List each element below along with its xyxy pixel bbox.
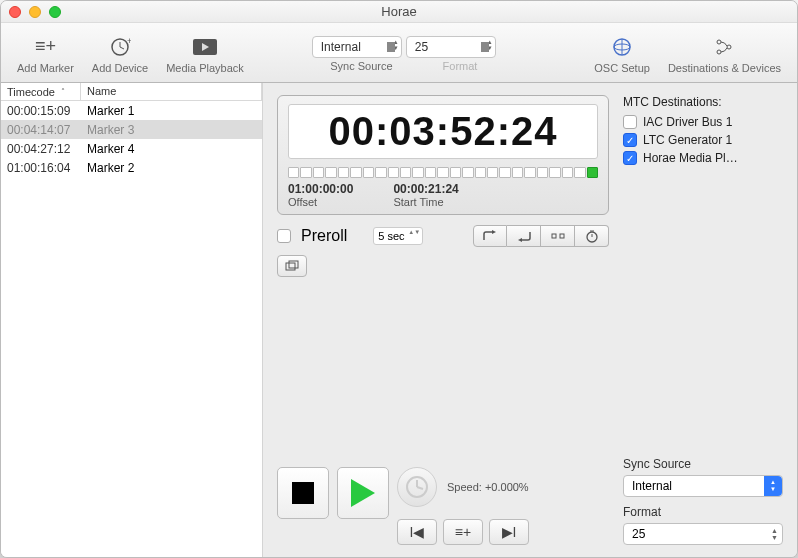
format-select[interactable]: 25 ▲▼ (406, 36, 496, 58)
right-format-select[interactable]: 25 ▲▼ (623, 523, 783, 545)
toolbar: ≡+ Add Marker + Add Device Media Playbac… (1, 23, 797, 83)
svg-line-3 (120, 47, 124, 49)
center-column: 00:03:52:24 01:00:00:00 Offset 00:00:21:… (277, 95, 609, 545)
preroll-value: 5 sec (378, 230, 404, 242)
meter-segment (313, 167, 324, 178)
format-value: 25 (415, 40, 428, 54)
marker-list: Timecode ˄ Name 00:00:15:09Marker 100:04… (1, 83, 263, 557)
meter-segment (574, 167, 585, 178)
offset-label: Offset (288, 196, 353, 208)
stop-button[interactable] (277, 467, 329, 519)
svg-point-10 (717, 50, 721, 54)
svg-point-9 (717, 40, 721, 44)
media-playback-label: Media Playback (166, 62, 244, 74)
meter-segment (288, 167, 299, 178)
marker-list-header: Timecode ˄ Name (1, 83, 262, 101)
destinations-icon (710, 34, 738, 60)
meter-segment (412, 167, 423, 178)
insert-marker-button[interactable]: ≡+ (443, 519, 483, 545)
add-marker-icon: ≡+ (31, 34, 59, 60)
destination-checkbox[interactable]: ✓ (623, 133, 637, 147)
meter-segment (475, 167, 486, 178)
marker-nav: I◀ ≡+ ▶I (397, 519, 529, 545)
sync-source-select[interactable]: Internal ▲▼ (312, 36, 402, 58)
start-time-label: Start Time (393, 196, 458, 208)
add-marker-button[interactable]: ≡+ Add Marker (11, 34, 80, 74)
row-name: Marker 1 (81, 102, 140, 120)
window-mode-button[interactable] (277, 255, 307, 277)
level-meter (288, 167, 598, 178)
sync-source-value: Internal (321, 40, 361, 54)
loop-segment (473, 225, 609, 247)
meter-segment (350, 167, 361, 178)
row-name: Marker 2 (81, 159, 140, 177)
meter-segment (400, 167, 411, 178)
sort-caret-icon: ˄ (61, 87, 65, 96)
col-name[interactable]: Name (81, 83, 262, 100)
table-row[interactable]: 01:00:16:04Marker 2 (1, 158, 262, 177)
destination-row[interactable]: ✓Horae Media Pl… (623, 149, 783, 167)
meter-segment (562, 167, 573, 178)
sync-source-label: Sync Source (330, 60, 392, 72)
svg-text:+: + (127, 36, 131, 46)
meter-segment (487, 167, 498, 178)
sync-source-group: Internal ▲▼ 25 ▲▼ Sync Source Format (312, 36, 496, 72)
destinations-label: Destinations & Devices (668, 62, 781, 74)
meter-segment (587, 167, 598, 178)
meter-segment (450, 167, 461, 178)
offset-group: 01:00:00:00 Offset (288, 182, 353, 208)
svg-line-23 (417, 487, 423, 489)
speed-dial[interactable] (397, 467, 437, 507)
main-panel: 00:03:52:24 01:00:00:00 Offset 00:00:21:… (263, 83, 797, 557)
mtc-header: MTC Destinations: (623, 95, 783, 109)
osc-setup-icon (608, 34, 636, 60)
add-device-label: Add Device (92, 62, 148, 74)
right-sync-source-select[interactable]: Internal (623, 475, 783, 497)
right-sync-value: Internal (632, 479, 672, 493)
prev-marker-button[interactable]: I◀ (397, 519, 437, 545)
row-timecode: 00:04:14:07 (1, 121, 81, 139)
play-button[interactable] (337, 467, 389, 519)
table-row[interactable]: 00:04:14:07Marker 3 (1, 120, 262, 139)
destination-checkbox[interactable]: ✓ (623, 151, 637, 165)
marker-rows: 00:00:15:09Marker 100:04:14:07Marker 300… (1, 101, 262, 557)
meter-segment (524, 167, 535, 178)
destination-label: IAC Driver Bus 1 (643, 115, 732, 129)
next-marker-button[interactable]: ▶I (489, 519, 529, 545)
col-timecode[interactable]: Timecode ˄ (1, 83, 81, 100)
timer-button[interactable] (575, 225, 609, 247)
table-row[interactable]: 00:00:15:09Marker 1 (1, 101, 262, 120)
destination-row[interactable]: ✓LTC Generator 1 (623, 131, 783, 149)
start-time-value: 00:00:21:24 (393, 182, 458, 196)
preroll-field[interactable]: 5 sec ▲▼ (373, 227, 423, 245)
destinations-button[interactable]: Destinations & Devices (662, 34, 787, 74)
svg-rect-15 (560, 234, 564, 238)
preroll-checkbox[interactable] (277, 229, 291, 243)
play-icon (351, 479, 375, 507)
row-timecode: 01:00:16:04 (1, 159, 81, 177)
stop-icon (292, 482, 314, 504)
svg-marker-12 (492, 230, 496, 234)
timecode-value: 00:03:52:24 (297, 109, 589, 154)
app-window: Horae ≡+ Add Marker + Add Device Media P… (0, 0, 798, 558)
titlebar: Horae (1, 1, 797, 23)
svg-rect-14 (552, 234, 556, 238)
right-panel: MTC Destinations: IAC Driver Bus 1✓LTC G… (623, 95, 783, 545)
destination-row[interactable]: IAC Driver Bus 1 (623, 113, 783, 131)
loop-range-button[interactable] (541, 225, 575, 247)
row-timecode: 00:00:15:09 (1, 102, 81, 120)
osc-setup-button[interactable]: OSC Setup (588, 34, 656, 74)
media-playback-button[interactable]: Media Playback (160, 34, 250, 74)
transport-controls: Speed: +0.000% I◀ ≡+ ▶I (277, 467, 609, 545)
timecode-display: 00:03:52:24 01:00:00:00 Offset 00:00:21:… (277, 95, 609, 215)
svg-rect-19 (286, 263, 295, 270)
destination-checkbox[interactable] (623, 115, 637, 129)
loop-end-button[interactable] (507, 225, 541, 247)
loop-start-button[interactable] (473, 225, 507, 247)
table-row[interactable]: 00:04:27:12Marker 4 (1, 139, 262, 158)
media-playback-icon (191, 34, 219, 60)
meter-segment (537, 167, 548, 178)
meter-segment (300, 167, 311, 178)
add-device-button[interactable]: + Add Device (86, 34, 154, 74)
row-name: Marker 3 (81, 121, 140, 139)
